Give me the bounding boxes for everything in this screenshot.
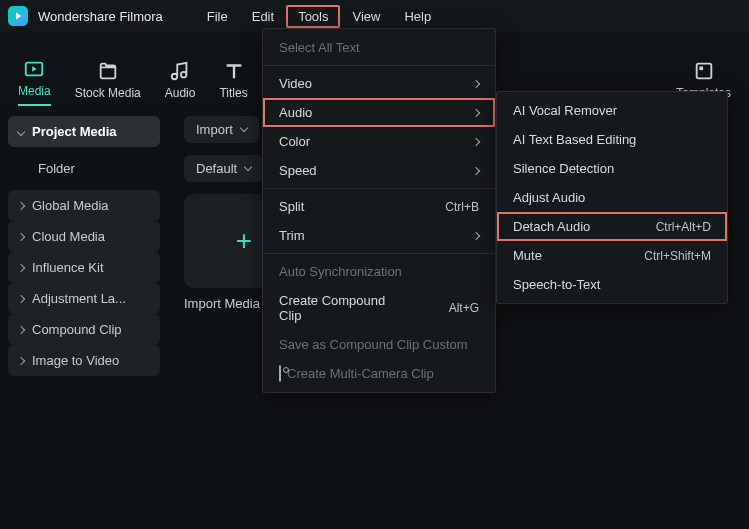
audio-menu-item-adjust-audio[interactable]: Adjust Audio <box>497 183 727 212</box>
menubar-item-file[interactable]: File <box>195 5 240 28</box>
chevron-right-icon <box>472 108 480 116</box>
menu-item-label: Trim <box>279 228 305 243</box>
menubar-item-view[interactable]: View <box>340 5 392 28</box>
sidebar-label: Global Media <box>32 198 109 213</box>
sidebar-label: Compound Clip <box>32 322 122 337</box>
tab-media[interactable]: Media <box>18 58 51 106</box>
sidebar-item-adjustment-la-[interactable]: Adjustment La... <box>8 283 160 314</box>
menu-item-label: Create Compound Clip <box>279 293 409 323</box>
menubar-item-help[interactable]: Help <box>392 5 443 28</box>
sidebar: Project Media Folder Global MediaCloud M… <box>0 106 168 529</box>
app-logo <box>8 6 28 26</box>
menu-separator <box>263 188 495 189</box>
sort-dropdown[interactable]: Default <box>184 155 263 182</box>
sidebar-label: Project Media <box>32 124 117 139</box>
menu-item-label: Silence Detection <box>513 161 614 176</box>
audio-submenu: AI Vocal RemoverAI Text Based EditingSil… <box>496 91 728 304</box>
menu-item-label: Detach Audio <box>513 219 590 234</box>
stock-icon <box>97 60 119 82</box>
tools-menu-item-split[interactable]: SplitCtrl+B <box>263 192 495 221</box>
media-icon <box>23 58 45 80</box>
audio-menu-item-ai-text-based-editing[interactable]: AI Text Based Editing <box>497 125 727 154</box>
menu-shortcut: Alt+G <box>449 301 479 315</box>
chevron-right-icon <box>472 166 480 174</box>
sidebar-label: Influence Kit <box>32 260 104 275</box>
tab-label: Audio <box>165 86 196 100</box>
menu-item-label: Video <box>279 76 312 91</box>
menu-item-label: Adjust Audio <box>513 190 585 205</box>
sidebar-project-media[interactable]: Project Media <box>8 116 160 147</box>
menu-item-label: AI Vocal Remover <box>513 103 617 118</box>
chevron-right-icon <box>17 294 25 302</box>
tools-menu-item-audio[interactable]: Audio <box>263 98 495 127</box>
svg-rect-2 <box>699 66 703 70</box>
sidebar-item-image-to-video[interactable]: Image to Video <box>8 345 160 376</box>
import-label: Import <box>196 122 233 137</box>
templates-icon <box>693 60 715 82</box>
audio-menu-item-speech-to-text[interactable]: Speech-to-Text <box>497 270 727 299</box>
menu-item-label: Color <box>279 134 310 149</box>
svg-rect-1 <box>696 64 711 79</box>
menu-item-label: Auto Synchronization <box>279 264 402 279</box>
tab-audio[interactable]: Audio <box>165 60 196 106</box>
chevron-right-icon <box>17 263 25 271</box>
tools-menu-item-video[interactable]: Video <box>263 69 495 98</box>
plus-icon: + <box>236 225 252 257</box>
menubar: FileEditToolsViewHelp <box>195 5 443 28</box>
chevron-down-icon <box>244 163 252 171</box>
menu-item-label: Split <box>279 199 304 214</box>
sidebar-item-influence-kit[interactable]: Influence Kit <box>8 252 160 283</box>
menu-item-label: Create Multi-Camera Clip <box>279 366 434 381</box>
tab-label: Stock Media <box>75 86 141 100</box>
titles-icon <box>223 60 245 82</box>
sidebar-label: Folder <box>38 161 75 176</box>
menubar-item-edit[interactable]: Edit <box>240 5 286 28</box>
tools-menu-item-create-multi-camera-clip: Create Multi-Camera Clip <box>263 359 495 388</box>
sidebar-item-compound-clip[interactable]: Compound Clip <box>8 314 160 345</box>
import-dropdown[interactable]: Import <box>184 116 259 143</box>
audio-menu-item-mute[interactable]: MuteCtrl+Shift+M <box>497 241 727 270</box>
chevron-right-icon <box>472 79 480 87</box>
tools-menu-item-speed[interactable]: Speed <box>263 156 495 185</box>
tab-titles[interactable]: Titles <box>219 60 247 106</box>
menu-item-label: Speech-to-Text <box>513 277 600 292</box>
tools-menu-item-create-compound-clip[interactable]: Create Compound ClipAlt+G <box>263 286 495 330</box>
app-title: Wondershare Filmora <box>38 9 163 24</box>
tools-menu-item-select-all-text: Select All Text <box>263 33 495 62</box>
menu-item-label: Audio <box>279 105 312 120</box>
menu-shortcut: Ctrl+Shift+M <box>644 249 711 263</box>
sidebar-item-cloud-media[interactable]: Cloud Media <box>8 221 160 252</box>
chevron-right-icon <box>17 232 25 240</box>
tools-menu-item-save-as-compound-clip-custom: Save as Compound Clip Custom <box>263 330 495 359</box>
chevron-right-icon <box>472 231 480 239</box>
sort-label: Default <box>196 161 237 176</box>
menu-shortcut: Ctrl+B <box>445 200 479 214</box>
tools-menu-item-color[interactable]: Color <box>263 127 495 156</box>
chevron-right-icon <box>17 356 25 364</box>
tab-stock-media[interactable]: Stock Media <box>75 60 141 106</box>
sidebar-label: Image to Video <box>32 353 119 368</box>
menu-item-label: Speed <box>279 163 317 178</box>
camera-icon <box>279 365 281 382</box>
menu-separator <box>263 253 495 254</box>
tab-label: Titles <box>219 86 247 100</box>
tools-menu: Select All TextVideoAudioColorSpeedSplit… <box>262 28 496 393</box>
menubar-item-tools[interactable]: Tools <box>286 5 340 28</box>
menu-item-label: Mute <box>513 248 542 263</box>
audio-icon <box>169 60 191 82</box>
sidebar-item-global-media[interactable]: Global Media <box>8 190 160 221</box>
tools-menu-item-auto-synchronization: Auto Synchronization <box>263 257 495 286</box>
tools-menu-item-trim[interactable]: Trim <box>263 221 495 250</box>
sidebar-folder[interactable]: Folder <box>8 153 160 184</box>
chevron-down-icon <box>240 124 248 132</box>
sidebar-label: Adjustment La... <box>32 291 126 306</box>
menu-shortcut: Ctrl+Alt+D <box>656 220 711 234</box>
tab-label: Media <box>18 84 51 98</box>
audio-menu-item-silence-detection[interactable]: Silence Detection <box>497 154 727 183</box>
chevron-right-icon <box>17 201 25 209</box>
audio-menu-item-ai-vocal-remover[interactable]: AI Vocal Remover <box>497 96 727 125</box>
menu-item-label: Save as Compound Clip Custom <box>279 337 468 352</box>
chevron-down-icon <box>17 127 25 135</box>
audio-menu-item-detach-audio[interactable]: Detach AudioCtrl+Alt+D <box>497 212 727 241</box>
chevron-right-icon <box>17 325 25 333</box>
